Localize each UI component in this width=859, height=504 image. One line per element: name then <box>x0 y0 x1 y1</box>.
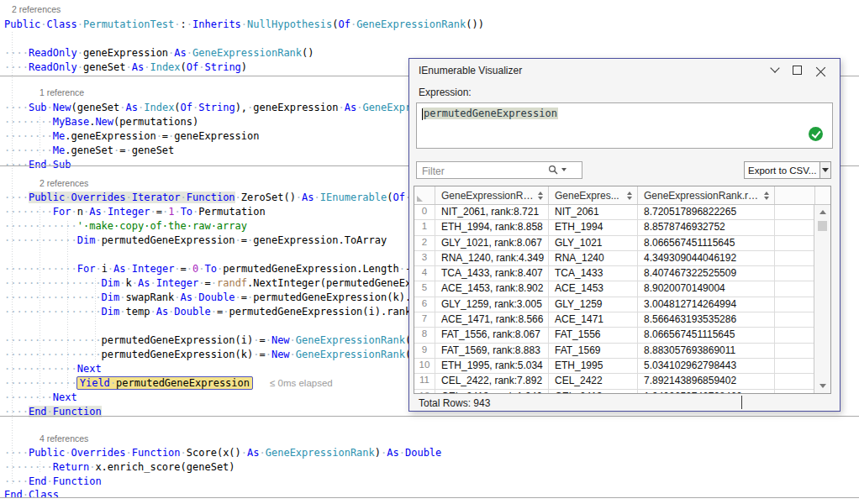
table-cell[interactable] <box>775 374 815 388</box>
select-all-corner-icon[interactable] <box>417 196 423 202</box>
table-cell[interactable]: GLY_1021 <box>549 236 638 250</box>
export-to-csv-button[interactable]: Export to CSV... <box>744 161 831 179</box>
sort-icon[interactable] <box>627 192 632 200</box>
table-row[interactable]: 12CEL_2413, rank:1.940CEL_24131.94026527… <box>414 390 830 394</box>
table-row[interactable]: 9FAT_1569, rank:8.883FAT_15698.883057693… <box>414 344 830 359</box>
row-number-cell[interactable]: 2 <box>414 236 435 250</box>
table-cell[interactable]: ETH_1995, rank:5.034 <box>435 359 549 373</box>
column-header-geneexpressionrank[interactable]: GeneExpressionRank <box>435 186 549 204</box>
sort-icon[interactable] <box>538 192 543 200</box>
table-cell[interactable] <box>775 205 815 219</box>
row-number-cell[interactable]: 3 <box>414 251 435 265</box>
table-cell[interactable] <box>775 312 815 327</box>
table-cell[interactable]: 5.034102962798443 <box>638 359 775 373</box>
row-number-cell[interactable]: 6 <box>414 297 435 312</box>
table-cell[interactable]: 8.8578746932752 <box>638 220 775 234</box>
table-row[interactable]: 8FAT_1556, rank:8.067FAT_15568.066567451… <box>414 328 830 343</box>
row-number-cell[interactable]: 12 <box>414 390 435 394</box>
codelens-references-link[interactable]: 1 reference <box>40 87 84 98</box>
table-cell[interactable]: FAT_1569, rank:8.883 <box>435 344 549 358</box>
table-cell[interactable] <box>775 297 815 312</box>
table-cell[interactable] <box>775 390 815 394</box>
table-cell[interactable]: CEL_2413 <box>549 390 638 394</box>
row-number-cell[interactable]: 5 <box>414 281 435 296</box>
perf-tip[interactable]: ≤ 0ms elapsed <box>270 378 333 388</box>
column-header-geneexpressionrank-rank[interactable]: GeneExpressionRank.rank <box>638 186 775 204</box>
table-row[interactable]: 4TCA_1433, rank:8.407TCA_14338.407467322… <box>414 266 830 281</box>
row-number-cell[interactable]: 4 <box>414 266 435 281</box>
row-number-cell[interactable]: 10 <box>414 359 435 373</box>
maximize-button[interactable] <box>788 62 806 77</box>
sort-icon[interactable] <box>764 192 769 200</box>
filter-input[interactable] <box>420 163 550 179</box>
table-cell[interactable]: 3.004812714264994 <box>638 297 775 312</box>
export-label[interactable]: Export to CSV... <box>745 162 819 178</box>
close-button[interactable] <box>811 62 830 77</box>
table-cell[interactable]: 7.892143896859402 <box>638 374 775 388</box>
table-cell[interactable] <box>775 266 815 281</box>
scrollbar-thumb[interactable] <box>818 221 827 231</box>
table-row[interactable]: 1ETH_1994, rank:8.858ETH_19948.857874693… <box>414 220 830 235</box>
table-row[interactable]: 3RNA_1240, rank:4.349RNA_12404.349309044… <box>414 251 830 266</box>
table-cell[interactable]: FAT_1556, rank:8.067 <box>435 328 549 342</box>
table-cell[interactable] <box>775 251 815 265</box>
table-cell[interactable]: ACE_1471, rank:8.566 <box>435 312 549 327</box>
table-cell[interactable]: FAT_1569 <box>549 344 638 358</box>
table-cell[interactable]: ETH_1994 <box>549 220 638 234</box>
table-row[interactable]: 6GLY_1259, rank:3.005GLY_12593.004812714… <box>414 297 830 312</box>
table-cell[interactable]: NIT_2061 <box>549 205 638 219</box>
table-cell[interactable]: 8.407467322525509 <box>638 266 775 281</box>
table-cell[interactable]: CEL_2422, rank:7.892 <box>435 374 549 388</box>
table-cell[interactable]: 1.9402652746708466 <box>638 390 775 394</box>
table-cell[interactable]: FAT_1556 <box>549 328 638 342</box>
table-cell[interactable] <box>775 281 815 296</box>
table-cell[interactable]: 8.066567451115645 <box>638 328 775 342</box>
table-cell[interactable]: ACE_1453, rank:8.902 <box>435 281 549 296</box>
row-number-cell[interactable]: 7 <box>414 312 435 327</box>
table-cell[interactable]: 8.720517896822265 <box>638 205 775 219</box>
row-number-cell[interactable]: 9 <box>414 344 435 358</box>
codelens-references-link[interactable]: 2 references <box>12 3 61 15</box>
row-number-cell[interactable]: 11 <box>414 374 435 388</box>
table-cell[interactable]: RNA_1240 <box>549 251 638 265</box>
table-cell[interactable] <box>775 328 815 342</box>
table-cell[interactable] <box>775 359 815 373</box>
table-cell[interactable]: ACE_1471 <box>549 312 638 327</box>
table-row[interactable]: 2GLY_1021, rank:8.067GLY_10218.066567451… <box>414 236 830 251</box>
table-cell[interactable]: CEL_2422 <box>549 374 638 388</box>
export-dropdown-button[interactable] <box>819 162 830 178</box>
table-row[interactable]: 7ACE_1471, rank:8.566ACE_14718.566463193… <box>414 312 830 328</box>
column-header-geneexpres-[interactable]: GeneExpres... <box>549 186 638 204</box>
table-cell[interactable]: 8.883057693869011 <box>638 344 775 358</box>
table-cell[interactable]: ETH_1994, rank:8.858 <box>435 220 549 234</box>
row-number-cell[interactable]: 0 <box>414 205 435 219</box>
search-icon[interactable] <box>548 165 558 175</box>
table-cell[interactable]: ETH_1995 <box>549 359 638 373</box>
table-cell[interactable] <box>775 236 815 250</box>
search-options-caret-icon[interactable] <box>561 168 567 171</box>
table-cell[interactable]: GLY_1021, rank:8.067 <box>435 236 549 250</box>
table-cell[interactable]: ACE_1453 <box>549 281 638 296</box>
table-cell[interactable]: NIT_2061, rank:8.721 <box>435 205 549 219</box>
table-cell[interactable]: 4.349309044046192 <box>638 251 775 265</box>
table-cell[interactable]: TCA_1433 <box>549 266 638 281</box>
table-cell[interactable]: CEL_2413, rank:1.940 <box>435 390 549 394</box>
row-number-cell[interactable]: 8 <box>414 328 435 342</box>
table-cell[interactable] <box>775 344 815 358</box>
table-row[interactable]: 5ACE_1453, rank:8.902ACE_14538.902007014… <box>414 281 830 297</box>
scroll-up-button[interactable] <box>814 205 830 219</box>
table-row[interactable]: 11CEL_2422, rank:7.892CEL_24227.89214389… <box>414 374 830 389</box>
vertical-scrollbar[interactable] <box>814 205 830 393</box>
table-cell[interactable]: 8.066567451115645 <box>638 236 775 250</box>
codelens-references-link[interactable]: 2 references <box>40 177 88 189</box>
table-row[interactable]: 10ETH_1995, rank:5.034ETH_19955.03410296… <box>414 359 830 374</box>
row-number-cell[interactable]: 1 <box>414 220 435 234</box>
table-cell[interactable]: GLY_1259, rank:3.005 <box>435 297 549 312</box>
data-grid[interactable]: GeneExpressionRankGeneExpres...GeneExpre… <box>414 186 831 394</box>
table-cell[interactable]: RNA_1240, rank:4.349 <box>435 251 549 265</box>
table-cell[interactable]: TCA_1433, rank:8.407 <box>435 266 549 281</box>
table-cell[interactable]: 8.9020070149004 <box>638 281 775 296</box>
codelens-references-link[interactable]: 4 references <box>40 433 88 444</box>
expression-input[interactable]: permutedGeneExpression <box>416 102 833 149</box>
table-cell[interactable]: GLY_1259 <box>549 297 638 312</box>
